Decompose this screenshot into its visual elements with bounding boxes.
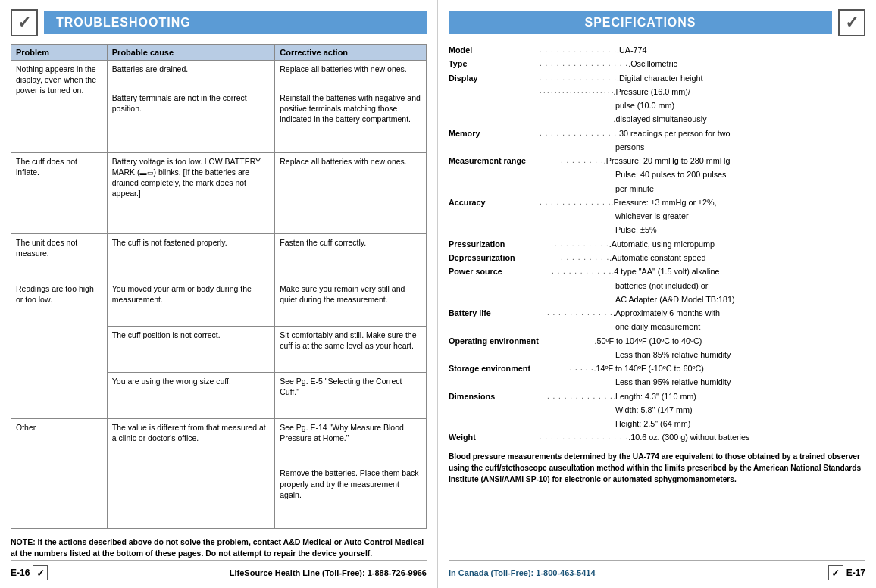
spec-label-empty [449,349,615,361]
spec-dots: . . . . . . . . . . . . . [540,196,611,209]
spec-model: Model . . . . . . . . . . . . . . .UA-77… [449,44,865,57]
spec-value: .displayed simultaneously [614,113,865,126]
spec-pressurization: Pressurization . . . . . . . . . . .Auto… [449,238,865,251]
spec-value: persons [615,141,865,154]
troubleshooting-note: NOTE: If the actions described above do … [11,536,427,561]
troubleshooting-title: TROUBLESHOOTING [44,11,427,34]
spec-value: Pulse: ±5% [615,224,865,236]
problem-cell: The unit does not measure. [11,233,108,280]
spec-dots: . . . . . . . . . . . . . . [540,72,617,85]
right-footer: In Canada (Toll-Free): 1-800-463-5414 ✓ … [449,560,865,580]
spec-dots: . . . . . . . . [561,155,604,167]
cause-cell: You are using the wrong size cuff. [107,372,274,418]
spec-display-3: pulse (10.0 mm) [449,99,865,112]
spec-battery-life-2: one daily measurement [449,321,865,333]
spec-label: Type [449,58,540,70]
action-cell: Replace all batteries with new ones. [275,61,427,89]
spec-value: .Pressure: ±3 mmHg or ±2%, [611,196,865,209]
spec-dimensions-2: Width: 5.8" (147 mm) [449,404,865,417]
troubleshooting-page: ✓ TROUBLESHOOTING Problem Probable cause… [0,0,438,588]
spec-dots: . . . . . . . . . . . . . . . . [540,431,628,444]
problem-cell: Nothing appears in the display, even whe… [11,61,108,153]
spec-label-empty [449,141,615,154]
footer-check-left: ✓ [33,565,48,580]
col-action: Corrective action [275,45,427,61]
spec-display: Display . . . . . . . . . . . . . . .Dig… [449,72,865,85]
spec-label-empty [449,86,540,99]
right-page-num: ✓ E-17 [828,565,865,580]
spec-label-empty [449,321,615,333]
spec-memory-2: persons [449,141,865,154]
table-row: Readings are too high or too low. You mo… [11,280,427,326]
check-icon-left: ✓ [17,13,31,33]
spec-label-empty [449,224,615,236]
spec-dots: . . . . . . . . . . [555,238,609,251]
spec-label: Measurement range [449,155,561,167]
action-cell: See Pg. E-14 "Why Measure Blood Pressure… [275,418,427,464]
spec-dots: . . . . . . . . . . . . [547,307,613,320]
spec-label-empty [449,210,615,223]
spec-accuracy-3: Pulse: ±5% [449,224,865,236]
spec-dots: . . . . . . . . . . . . . . . . . . . . [540,86,614,99]
spec-power-2: batteries (not included) or [449,280,865,292]
spec-label: Pressurization [449,238,555,251]
cause-cell [107,464,274,528]
cause-cell: The value is different from that measure… [107,418,274,464]
spec-label-empty [449,280,615,292]
spec-display-4: . . . . . . . . . . . . . . . . . . . . … [449,113,865,126]
spec-value: .4 type "AA" (1.5 volt) alkaline [612,265,865,278]
spec-dots: . . . . . . . . . [561,252,609,264]
header-check-left: ✓ [11,9,38,36]
problem-cell: Readings are too high or too low. [11,280,108,418]
spec-value: .Pressure: 20 mmHg to 280 mmHg [604,155,865,167]
spec-value: .UA-774 [617,44,865,57]
spec-value: .Automatic, using micropump [609,238,865,251]
spec-value: AC Adapter (A&D Model TB:181) [615,293,865,306]
spec-power-3: AC Adapter (A&D Model TB:181) [449,293,865,306]
spec-label: Power source [449,265,552,278]
spec-label-empty [449,404,615,417]
spec-dots: . . . . . [570,362,594,375]
spec-label: Model [449,44,540,57]
spec-op-env-2: Less than 85% relative humidity [449,349,865,361]
spec-value: Width: 5.8" (147 mm) [615,404,865,417]
spec-label: Battery life [449,307,547,320]
table-row: Nothing appears in the display, even whe… [11,61,427,89]
cause-cell: The cuff position is not correct. [107,326,274,372]
specifications-title: SPECIFICATIONS [449,11,832,34]
spec-value: .Pressure (16.0 mm)/ [614,86,865,99]
spec-value: .Approximately 6 months with [613,307,865,320]
spec-label-empty [449,418,615,430]
spec-label: Operating environment [449,335,576,348]
spec-value: pulse (10.0 mm) [615,99,865,112]
col-cause: Probable cause [107,45,274,61]
spec-label-empty [449,168,615,181]
troubleshooting-header: ✓ TROUBLESHOOTING [11,9,427,36]
spec-value: .30 readings per person for two [617,127,865,140]
action-cell: Replace all batteries with new ones. [275,152,427,233]
table-row: The unit does not measure. The cuff is n… [11,233,427,280]
left-footer: E-16 ✓ LifeSource Health Line (Toll-Free… [11,560,427,580]
spec-dots: . . . . . . . . . . . . . . [540,127,617,140]
spec-value: .10.6 oz. (300 g) without batteries [628,431,865,444]
spec-value: per minute [615,183,865,195]
spec-power: Power source . . . . . . . . . . . .4 ty… [449,265,865,278]
cause-cell: Battery terminals are not in the correct… [107,89,274,152]
spec-label: Accuracy [449,196,540,209]
action-cell: Reinstall the batteries with negative an… [275,89,427,152]
spec-dimensions-3: Height: 2.5" (64 mm) [449,418,865,430]
spec-value: Less than 85% relative humidity [615,349,865,361]
spec-value: .Length: 4.3" (110 mm) [613,390,865,403]
spec-storage-env: Storage environment . . . . . .14ºF to 1… [449,362,865,375]
spec-value: Height: 2.5" (64 mm) [615,418,865,430]
table-row: Other The value is different from that m… [11,418,427,464]
spec-value: .Automatic constant speed [609,252,865,264]
spec-value: Less than 95% relative humidity [615,376,865,389]
footer-check-right: ✓ [828,565,843,580]
spec-value: .50ºF to 104ºF (10ºC to 40ºC) [595,335,865,348]
spec-dots: . . . . [576,335,595,348]
spec-mrange: Measurement range . . . . . . . . .Press… [449,155,865,167]
spec-mrange-3: per minute [449,183,865,195]
spec-storage-env-2: Less than 95% relative humidity [449,376,865,389]
spec-label: Storage environment [449,362,570,375]
